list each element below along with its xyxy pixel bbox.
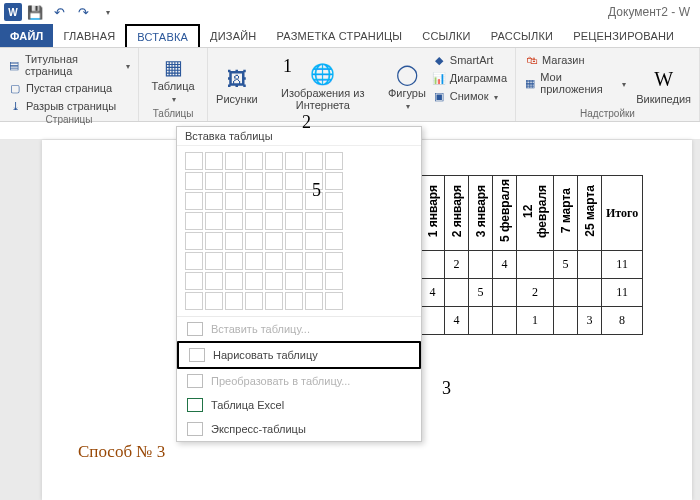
menu-excel-table[interactable]: Таблица Excel [177, 393, 421, 417]
picture-icon: 🖼 [223, 67, 251, 93]
tab-mailings[interactable]: РАССЫЛКИ [481, 24, 563, 47]
group-addins: 🛍Магазин ▦Мои приложения WВикипедия Надс… [516, 48, 700, 121]
label: Диаграмма [450, 72, 507, 84]
menu-convert-text[interactable]: Преобразовать в таблицу... [177, 369, 421, 393]
caption: Способ № 3 [78, 442, 165, 462]
col-date: 12 февраля [517, 176, 554, 251]
tab-home[interactable]: ГЛАВНАЯ [53, 24, 125, 47]
label: Вставить таблицу... [211, 323, 310, 335]
label: Титульная страница [25, 53, 120, 77]
label: Пустая страница [26, 82, 112, 94]
label: Википедия [636, 93, 691, 105]
group-pages: ▤Титульная страница ▢Пустая страница ⤓Ра… [0, 48, 139, 121]
label: Преобразовать в таблицу... [211, 375, 350, 387]
col-date: 2 января [445, 176, 469, 251]
smartart-icon: ◆ [432, 53, 446, 67]
insert-grid-cells[interactable] [185, 152, 413, 310]
label: Фигуры [388, 87, 426, 99]
btn-screenshot[interactable]: ▣Снимок [430, 88, 509, 104]
tab-references[interactable]: ССЫЛКИ [412, 24, 480, 47]
insert-grid[interactable] [177, 146, 421, 316]
table-dropdown: Вставка таблицы Вставить таблицу... Нари… [176, 126, 422, 442]
btn-online-pictures[interactable]: 🌐Изображения из Интернета [262, 52, 384, 119]
btn-myapps[interactable]: ▦Мои приложения [522, 70, 628, 96]
col-date: 25 марта [578, 176, 602, 251]
table-icon: ▦ [159, 54, 187, 80]
btn-store[interactable]: 🛍Магазин [522, 52, 628, 68]
wikipedia-icon: W [650, 67, 678, 93]
btn-chart[interactable]: 📊Диаграмма [430, 70, 509, 86]
label: Таблица [152, 80, 195, 92]
break-icon: ⤓ [8, 99, 22, 113]
convert-icon [187, 374, 203, 388]
group-tables: ▦ Таблица Таблицы [139, 48, 208, 121]
apps-icon: ▦ [524, 76, 536, 90]
quick-icon [187, 422, 203, 436]
undo-icon[interactable]: ↶ [48, 2, 70, 22]
online-picture-icon: 🌐 [309, 61, 337, 87]
title-bar: W 💾 ↶ ↷ Документ2 - W [0, 0, 700, 24]
page-icon: ▢ [8, 81, 22, 95]
col-date: 5 февраля [493, 176, 517, 251]
col-total: Итого [602, 176, 643, 251]
label: Нарисовать таблицу [213, 349, 318, 361]
tab-file[interactable]: ФАЙЛ [0, 24, 53, 47]
store-icon: 🛍 [524, 53, 538, 67]
grid-icon [187, 322, 203, 336]
btn-table[interactable]: ▦ Таблица [145, 52, 201, 106]
label: SmartArt [450, 54, 493, 66]
btn-cover-page[interactable]: ▤Титульная страница [6, 52, 132, 78]
dropdown-menu: Вставить таблицу... Нарисовать таблицу П… [177, 316, 421, 441]
ribbon-tabs: ФАЙЛ ГЛАВНАЯ ВСТАВКА ДИЗАЙН РАЗМЕТКА СТР… [0, 24, 700, 48]
col-date: 3 января [469, 176, 493, 251]
screenshot-icon: ▣ [432, 89, 446, 103]
col-date: 1 января [421, 176, 445, 251]
tab-pagelayout[interactable]: РАЗМЕТКА СТРАНИЦЫ [266, 24, 412, 47]
redo-icon[interactable]: ↷ [72, 2, 94, 22]
btn-smartart[interactable]: ◆SmartArt [430, 52, 509, 68]
chart-icon: 📊 [432, 71, 446, 85]
label: Экспресс-таблицы [211, 423, 306, 435]
label: Снимок [450, 90, 489, 102]
btn-pictures[interactable]: 🖼Рисунки [214, 52, 260, 119]
menu-draw-table[interactable]: Нарисовать таблицу [177, 341, 421, 369]
menu-insert-table[interactable]: Вставить таблицу... [177, 317, 421, 341]
quick-access-toolbar: W 💾 ↶ ↷ [4, 2, 118, 22]
word-app-icon: W [4, 3, 22, 21]
btn-page-break[interactable]: ⤓Разрыв страницы [6, 98, 132, 114]
document-title: Документ2 - W [608, 5, 690, 19]
shapes-icon: ◯ [393, 61, 421, 87]
group-label: Надстройки [516, 108, 699, 119]
label: Мои приложения [540, 71, 616, 95]
page-icon: ▤ [8, 58, 21, 72]
label: Рисунки [216, 93, 258, 105]
annotation-1: 1 [283, 56, 292, 77]
menu-quick-tables[interactable]: Экспресс-таблицы [177, 417, 421, 441]
dropdown-header: Вставка таблицы [177, 127, 421, 146]
col-date: 7 марта [554, 176, 578, 251]
annotation-3: 3 [442, 378, 451, 399]
annotation-2: 2 [302, 112, 311, 133]
btn-blank-page[interactable]: ▢Пустая страница [6, 80, 132, 96]
group-illustrations: 🖼Рисунки 🌐Изображения из Интернета ◯Фигу… [208, 48, 516, 121]
pencil-icon [189, 348, 205, 362]
label: Разрыв страницы [26, 100, 116, 112]
label: Таблица Excel [211, 399, 284, 411]
qat-more-icon[interactable] [96, 2, 118, 22]
excel-icon [187, 398, 203, 412]
annotation-5: 5 [312, 180, 321, 201]
ribbon: ▤Титульная страница ▢Пустая страница ⤓Ра… [0, 48, 700, 122]
tab-insert[interactable]: ВСТАВКА [125, 24, 200, 47]
label: Изображения из Интернета [264, 87, 382, 111]
group-label: Страницы [6, 114, 132, 125]
tab-design[interactable]: ДИЗАЙН [200, 24, 266, 47]
save-icon[interactable]: 💾 [24, 2, 46, 22]
group-label: Таблицы [145, 108, 201, 119]
label: Магазин [542, 54, 584, 66]
tab-review[interactable]: РЕЦЕНЗИРОВАНИ [563, 24, 684, 47]
btn-shapes[interactable]: ◯Фигуры [386, 52, 428, 119]
